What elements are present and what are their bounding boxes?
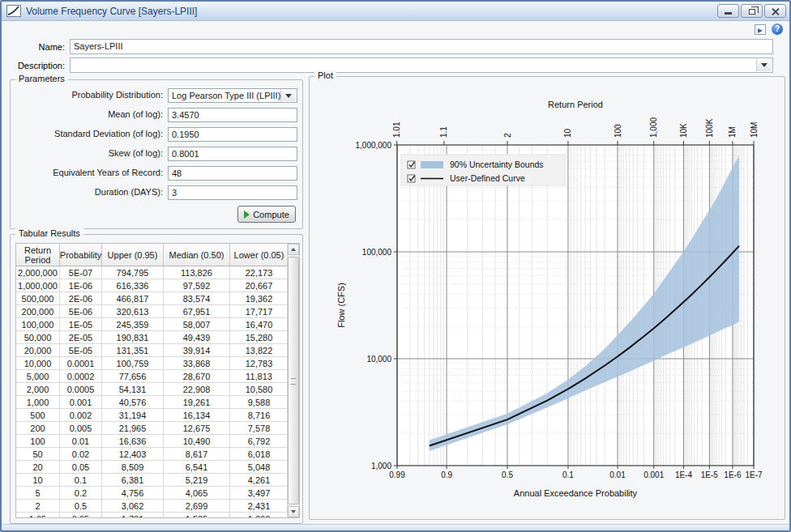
table-cell: 21,965 <box>102 422 164 435</box>
table-row[interactable]: 20,0005E-05131,35139,91413,822 <box>16 344 289 357</box>
y-axis-tick-label: 1,000,000 <box>356 141 392 150</box>
table-row[interactable]: 1,000,0001E-06616,33697,59220,667 <box>16 279 289 292</box>
top-axis-tick-label: 10 <box>563 128 572 138</box>
table-row[interactable]: 2000.00521,96512,6757,578 <box>16 422 289 435</box>
y-axis-tick-label: 10,000 <box>366 355 391 364</box>
table-cell: 131,351 <box>102 344 164 357</box>
description-label: Description: <box>3 61 65 70</box>
table-cell: 10 <box>16 474 60 487</box>
description-dropdown-button[interactable] <box>756 59 772 71</box>
table-row[interactable]: 50.24,7564,0653,497 <box>16 487 289 500</box>
table-row[interactable]: 1,0000.00140,57619,2619,588 <box>16 396 289 409</box>
table-cell: 1E-05 <box>60 318 102 331</box>
table-cell: 200,000 <box>16 305 60 318</box>
name-input[interactable]: Sayers-LPIII <box>70 39 773 54</box>
window-title: Volume Frequency Curve [Sayers-LPIII] <box>26 6 197 17</box>
probability-distribution-dropdown-button[interactable] <box>280 90 296 101</box>
help-icon[interactable]: ? <box>772 23 783 35</box>
equivalent-years-field[interactable]: 48 <box>168 166 297 181</box>
arrow-down-icon <box>291 510 296 513</box>
table-cell: 0.0001 <box>60 357 102 370</box>
description-combobox[interactable] <box>70 57 773 73</box>
x-axis-tick-label: 1E-4 <box>675 470 693 479</box>
table-cell: 0.02 <box>60 448 102 461</box>
minimize-button[interactable] <box>717 4 739 18</box>
table-cell: 2E-05 <box>60 331 102 344</box>
table-row[interactable]: 10,0000.0001100,75933,86812,783 <box>16 357 289 370</box>
table-row[interactable]: 100,0001E-05245,35958,00716,470 <box>16 318 289 331</box>
table-cell: 67,951 <box>164 305 230 318</box>
table-cell: 2,000,000 <box>16 266 60 279</box>
x-axis-tick-label: 1E-7 <box>745 470 763 479</box>
col-median: Median (0.50) <box>164 244 230 266</box>
mean-field[interactable]: 3.4570 <box>168 108 297 122</box>
skew-field[interactable]: 0.8001 <box>168 147 297 161</box>
table-cell: 0.002 <box>60 409 102 422</box>
results-scrollbar[interactable] <box>287 244 299 517</box>
table-row[interactable]: 20.53,0622,6992,431 <box>16 500 289 513</box>
close-button[interactable] <box>764 4 786 18</box>
table-row[interactable]: 1.050.951,7311,5351,368 <box>16 513 289 517</box>
table-cell: 49,439 <box>164 331 230 344</box>
scroll-up-button[interactable] <box>288 244 299 255</box>
table-cell: 500 <box>16 409 60 422</box>
table-cell: 16,134 <box>164 409 230 422</box>
table-row[interactable]: 5000.00231,19416,1348,716 <box>16 409 289 422</box>
results-table: Return Period Probability Upper (0.95) M… <box>15 243 300 518</box>
table-cell: 16,470 <box>230 318 289 331</box>
frequency-plot[interactable]: 1.011.12101001,00010K100K1M10M0.990.90.5… <box>312 83 782 517</box>
table-row[interactable]: 50,0002E-05190,83149,43915,280 <box>16 331 289 344</box>
table-row[interactable]: 200.058,5096,5415,048 <box>16 461 289 474</box>
y-axis-tick-label: 100,000 <box>362 248 392 257</box>
compute-button[interactable]: Compute <box>237 206 296 223</box>
volume-frequency-curve-window: Volume Frequency Curve [Sayers-LPIII] ? … <box>0 0 791 532</box>
table-cell: 10,000 <box>16 357 60 370</box>
table-cell: 50,000 <box>16 331 60 344</box>
scroll-thumb[interactable] <box>288 257 299 504</box>
close-icon <box>772 7 780 15</box>
table-cell: 5,048 <box>230 461 289 474</box>
table-row[interactable]: 5,0000.000277,65628,67011,813 <box>16 370 289 383</box>
table-cell: 5,000 <box>16 370 60 383</box>
legend-label: 90% Uncertainty Bounds <box>450 160 544 169</box>
x-axis-tick-label: 0.01 <box>609 470 626 479</box>
table-cell: 100,000 <box>16 318 60 331</box>
table-cell: 83,574 <box>164 292 230 305</box>
table-cell: 97,592 <box>164 279 230 292</box>
table-cell: 0.01 <box>60 435 102 448</box>
table-cell: 100 <box>16 435 60 448</box>
play-icon <box>244 211 250 219</box>
table-row[interactable]: 500,0002E-06466,81783,57419,362 <box>16 292 289 305</box>
x-axis-tick-label: 0.001 <box>643 470 664 479</box>
table-row[interactable]: 2,0000.000554,13122,90810,580 <box>16 383 289 396</box>
table-row[interactable]: 100.16,3815,2194,261 <box>16 474 289 487</box>
probability-distribution-combobox[interactable]: Log Pearson Type III (LPIII) <box>168 88 297 103</box>
x-axis-tick-label: 1E-5 <box>701 470 719 479</box>
probability-distribution-label: Probability Distribution: <box>11 90 163 100</box>
table-row[interactable]: 1000.0116,63610,4906,792 <box>16 435 289 448</box>
restore-button[interactable] <box>741 4 763 18</box>
report-icon[interactable] <box>755 24 766 35</box>
title-bar[interactable]: Volume Frequency Curve [Sayers-LPIII] <box>2 2 789 21</box>
table-row[interactable]: 2,000,0005E-07794,795113,82622,173 <box>16 266 289 279</box>
std-dev-field[interactable]: 0.1950 <box>168 127 297 142</box>
table-cell: 6,381 <box>102 474 164 487</box>
chevron-down-icon <box>285 94 292 98</box>
equivalent-years-label: Equivalent Years of Record: <box>11 168 163 177</box>
col-probability: Probability <box>60 244 102 266</box>
table-row[interactable]: 200,0005E-06320,61367,95117,717 <box>16 305 289 318</box>
frequency-curve-icon <box>6 5 21 17</box>
table-cell: 15,280 <box>230 331 289 344</box>
table-cell: 2,699 <box>164 500 230 513</box>
top-axis-tick-label: 10M <box>750 122 759 138</box>
scroll-down-button[interactable] <box>288 506 299 517</box>
table-cell: 3,497 <box>230 487 289 500</box>
table-cell: 2E-06 <box>60 292 102 305</box>
duration-field[interactable]: 3 <box>168 185 297 200</box>
table-row[interactable]: 500.0212,4038,6176,018 <box>16 448 289 461</box>
table-cell: 245,359 <box>102 318 164 331</box>
minimize-icon <box>725 12 732 15</box>
legend-band-swatch <box>421 161 443 168</box>
table-cell: 1,000,000 <box>16 279 60 292</box>
x-axis-tick-label: 0.5 <box>502 470 513 479</box>
